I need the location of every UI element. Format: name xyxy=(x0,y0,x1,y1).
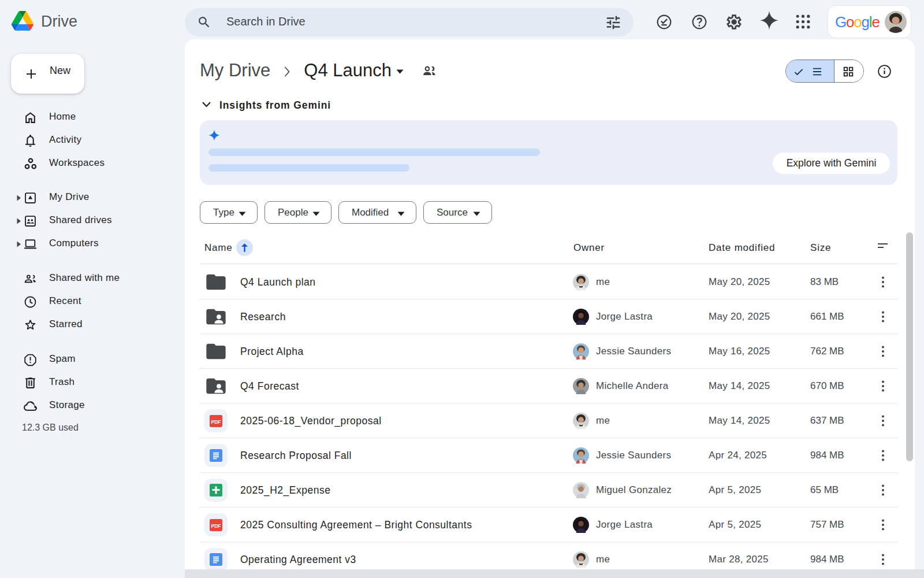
svg-text:PDF: PDF xyxy=(211,419,221,425)
svg-text:PDF: PDF xyxy=(211,523,221,529)
